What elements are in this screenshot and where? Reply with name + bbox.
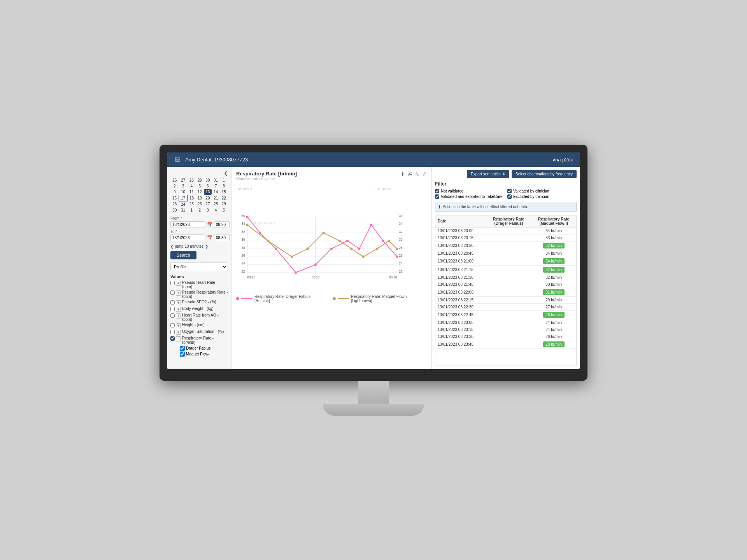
calendar-day[interactable]: 28 xyxy=(188,177,196,183)
calendar-day[interactable]: 1 xyxy=(220,177,228,183)
calendar-day[interactable]: 6 xyxy=(204,183,212,189)
value-checkbox[interactable] xyxy=(170,290,175,295)
value-checkbox[interactable] xyxy=(170,281,175,285)
search-button[interactable]: Search xyxy=(170,251,196,259)
calendar-day[interactable]: 24 xyxy=(179,201,187,207)
table-cell-drager xyxy=(486,281,531,288)
from-time-input[interactable] xyxy=(214,221,230,228)
calendar-day[interactable]: 17 xyxy=(179,195,187,201)
value-checkbox[interactable] xyxy=(170,323,175,327)
value-expand-btn[interactable]: + xyxy=(176,330,181,335)
calendar-day[interactable]: 14 xyxy=(212,189,220,195)
calendar-day[interactable]: 4 xyxy=(188,183,196,189)
calendar-day[interactable]: 8 xyxy=(220,183,228,189)
value-expand-btn[interactable]: + xyxy=(176,290,181,296)
calendar-day[interactable]: 26 xyxy=(196,201,204,207)
minimize-icon[interactable]: ⤡ xyxy=(415,171,420,177)
calendar-day[interactable]: 11 xyxy=(188,189,196,195)
jump-back-btn[interactable]: ❮ xyxy=(170,244,174,248)
table-cell-maquet: 30 br/min xyxy=(531,281,576,288)
calendar-day[interactable]: 19 xyxy=(196,195,204,201)
value-expand-btn[interactable]: + xyxy=(176,281,181,286)
calendar-day[interactable]: 2 xyxy=(196,207,204,213)
calendar-day[interactable]: 4 xyxy=(212,207,220,213)
calendar-day[interactable]: 3 xyxy=(204,207,212,213)
print-icon[interactable]: 🖨 xyxy=(407,171,413,177)
value-checkbox[interactable] xyxy=(170,336,175,341)
value-expand-btn[interactable]: − xyxy=(176,336,181,341)
table-cell-date: 13/01/2023 08:20:45 xyxy=(435,250,486,257)
calendar-day[interactable]: 28 xyxy=(212,201,220,207)
table-cell-date: 13/01/2023 08:20:15 xyxy=(435,234,486,241)
to-date-input[interactable] xyxy=(170,234,205,241)
svg-point-42 xyxy=(396,255,398,257)
table-row: 13/01/2023 08:20:4534 br/min xyxy=(435,250,576,257)
filter-validated-clinician-checkbox[interactable] xyxy=(507,189,512,193)
calendar-day[interactable]: 30 xyxy=(204,177,212,183)
calendar-day[interactable]: 31 xyxy=(179,207,187,213)
calendar-day[interactable]: 1 xyxy=(188,207,196,213)
calendar-day[interactable]: 5 xyxy=(220,207,228,213)
calendar-day[interactable]: 9 xyxy=(170,189,179,195)
table-row: 13/01/2023 08:21:0034 br/min xyxy=(435,257,576,265)
calendar-day[interactable]: 29 xyxy=(220,201,228,207)
select-frequency-button[interactable]: Select observations by frequency xyxy=(512,170,577,178)
sub-item-checkbox[interactable] xyxy=(180,352,185,357)
svg-point-41 xyxy=(382,240,384,242)
value-checkbox[interactable] xyxy=(170,330,175,334)
value-expand-btn[interactable]: + xyxy=(176,323,181,328)
calendar-from-icon[interactable]: 📅 xyxy=(207,222,212,227)
jump-fwd-btn[interactable]: ❯ xyxy=(205,244,208,248)
calendar-to-icon[interactable]: 📅 xyxy=(207,235,212,240)
filter-excluded-checkbox[interactable] xyxy=(507,194,512,199)
export-semantics-button[interactable]: Export semantics ⬇ xyxy=(467,170,509,178)
value-expand-btn[interactable]: + xyxy=(176,300,181,305)
calendar-day[interactable]: 18 xyxy=(188,195,196,201)
calendar-day[interactable]: 15 xyxy=(220,189,228,195)
calendar-day[interactable]: 27 xyxy=(179,177,187,183)
calendar-day[interactable]: 31 xyxy=(212,177,220,183)
filter-not-validated-checkbox[interactable] xyxy=(435,189,439,193)
svg-text:22: 22 xyxy=(241,270,245,273)
profile-select[interactable]: Profile xyxy=(170,262,228,271)
collapse-button[interactable]: ❮ xyxy=(170,170,228,176)
sub-item-checkbox[interactable] xyxy=(180,346,185,351)
data-table-wrapper[interactable]: Date Respiratory Rate(Drager Fabius) Res… xyxy=(435,215,577,366)
value-checkbox[interactable] xyxy=(170,307,175,311)
table-cell-drager xyxy=(486,265,531,274)
table-cell-date: 13/01/2023 08:20:30 xyxy=(435,241,486,250)
calendar-day[interactable]: 3 xyxy=(179,183,187,189)
calendar-day[interactable]: 20 xyxy=(204,195,212,201)
chart-container: 13/01/2023 13/01/2023 22 24 26 28 30 xyxy=(236,182,427,291)
calendar-day[interactable]: 13 xyxy=(204,189,212,195)
table-cell-maquet: 33 br/min xyxy=(531,234,576,241)
from-date-input[interactable] xyxy=(170,221,205,228)
download-icon[interactable]: ⬇ xyxy=(400,171,405,177)
filter-validated-exported-checkbox[interactable] xyxy=(435,194,439,199)
calendar-day[interactable]: 7 xyxy=(212,183,220,189)
value-expand-btn[interactable]: + xyxy=(176,307,181,312)
calendar-day[interactable]: 21 xyxy=(212,195,220,201)
calendar-day[interactable]: 30 xyxy=(170,207,179,213)
calendar-day[interactable]: 16 xyxy=(170,195,179,201)
calendar-day[interactable]: 27 xyxy=(204,201,212,207)
calendar-day[interactable]: 22 xyxy=(220,195,228,201)
maximize-icon[interactable]: ⤢ xyxy=(422,171,427,177)
values-section: Values +Pseudo Heart Rate - (bpm)+Pseudo… xyxy=(170,274,228,357)
calendar-day[interactable]: 23 xyxy=(170,201,179,207)
chart-title: Respiratory Rate [br/min] xyxy=(236,171,297,177)
value-expand-btn[interactable]: + xyxy=(176,313,181,318)
calendar-day[interactable]: 2 xyxy=(170,183,179,189)
value-checkbox[interactable] xyxy=(170,300,175,304)
filter-excluded: Excluded by clinician xyxy=(507,194,577,199)
calendar-day[interactable]: 10 xyxy=(179,189,187,195)
calendar-day[interactable]: 25 xyxy=(188,201,196,207)
calendar-day[interactable]: 26 xyxy=(170,177,179,183)
calendar-day[interactable]: 29 xyxy=(196,177,204,183)
calendar-grid: 2627282930311234567891011121314151617181… xyxy=(170,177,228,213)
to-time-input[interactable] xyxy=(214,234,230,241)
calendar-day[interactable]: 12 xyxy=(196,189,204,195)
calendar-day[interactable]: 5 xyxy=(196,183,204,189)
value-checkbox[interactable] xyxy=(170,313,175,318)
table-cell-maquet: 32 br/min xyxy=(531,241,576,250)
